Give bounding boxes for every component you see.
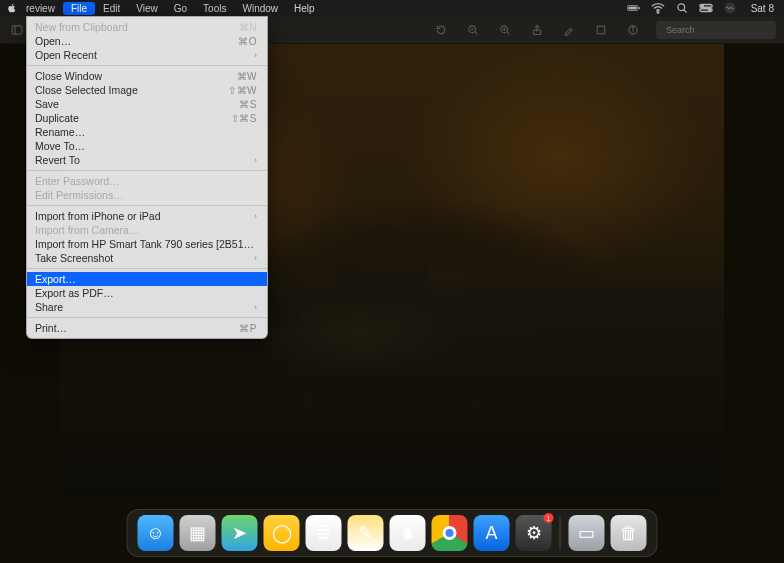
- svg-line-7: [507, 31, 510, 34]
- menu-item-label: Share: [35, 301, 250, 313]
- svg-point-25: [701, 5, 703, 7]
- menu-item-print[interactable]: Print…⌘P: [27, 321, 267, 335]
- app-name-menu[interactable]: review: [18, 2, 63, 15]
- menu-item-import-from-camera: Import from Camera…: [27, 223, 267, 237]
- menubar-date[interactable]: Sat 8: [747, 3, 778, 14]
- svg-line-4: [475, 31, 478, 34]
- menu-tools[interactable]: Tools: [195, 2, 234, 15]
- menu-item-label: Print…: [35, 322, 239, 334]
- desktop: review File Edit View Go Tools Window He…: [0, 0, 784, 563]
- menu-view[interactable]: View: [128, 2, 166, 15]
- menu-item-move-to[interactable]: Move To…: [27, 139, 267, 153]
- dock-app-maps[interactable]: ➤: [222, 515, 258, 551]
- system-menubar: review File Edit View Go Tools Window He…: [0, 0, 784, 16]
- svg-point-21: [678, 4, 685, 11]
- image-subject-gazebo: [339, 244, 429, 304]
- menu-item-label: Close Window: [35, 70, 237, 82]
- submenu-chevron-icon: ›: [254, 155, 257, 165]
- share-button[interactable]: [528, 21, 546, 39]
- svg-point-26: [708, 9, 710, 11]
- menu-item-new-from-clipboard: New from Clipboard⌘N: [27, 20, 267, 34]
- menu-item-edit-permissions: Edit Permissions…: [27, 188, 267, 202]
- svg-rect-18: [628, 7, 636, 10]
- menu-item-shortcut: ⌘N: [239, 22, 257, 33]
- toolbar-search[interactable]: [656, 21, 776, 39]
- menu-item-enter-password: Enter Password…: [27, 174, 267, 188]
- dock-app-trash[interactable]: 🗑: [611, 515, 647, 551]
- menu-window[interactable]: Window: [234, 2, 286, 15]
- menu-item-close-window[interactable]: Close Window⌘W: [27, 69, 267, 83]
- menu-item-save[interactable]: Save⌘S: [27, 97, 267, 111]
- menu-item-open-recent[interactable]: Open Recent›: [27, 48, 267, 62]
- dock-app-settings[interactable]: ⚙1: [516, 515, 552, 551]
- zoom-out-button[interactable]: [464, 21, 482, 39]
- menu-item-label: Import from HP Smart Tank 790 series [2B…: [35, 238, 257, 250]
- menu-item-open[interactable]: Open…⌘O: [27, 34, 267, 48]
- menu-item-rename[interactable]: Rename…: [27, 125, 267, 139]
- file-menu-dropdown: New from Clipboard⌘NOpen…⌘OOpen Recent›C…: [26, 16, 268, 339]
- rotate-button[interactable]: [432, 21, 450, 39]
- apple-menu-icon[interactable]: [6, 3, 18, 13]
- menu-item-label: Take Screenshot: [35, 252, 250, 264]
- menu-item-label: Export…: [35, 273, 257, 285]
- dock: ☺▦➤◯≣✎♞A⚙1▭🗑: [127, 509, 658, 557]
- menu-item-shortcut: ⌘P: [239, 323, 257, 334]
- search-input[interactable]: [666, 25, 778, 35]
- svg-rect-11: [597, 26, 605, 34]
- submenu-chevron-icon: ›: [254, 302, 257, 312]
- control-center-icon[interactable]: [699, 1, 713, 15]
- dock-app-app-yellow[interactable]: ◯: [264, 515, 300, 551]
- dock-app-chrome[interactable]: [432, 515, 468, 551]
- menu-item-label: Move To…: [35, 140, 257, 152]
- svg-point-14: [633, 27, 634, 28]
- menu-item-label: Revert To: [35, 154, 250, 166]
- svg-rect-0: [12, 25, 22, 33]
- menu-item-shortcut: ⌘O: [238, 36, 257, 47]
- menu-go[interactable]: Go: [166, 2, 195, 15]
- submenu-chevron-icon: ›: [254, 50, 257, 60]
- menu-item-label: Close Selected Image: [35, 84, 228, 96]
- dock-app-reminders[interactable]: ≣: [306, 515, 342, 551]
- menu-file[interactable]: File: [63, 2, 95, 15]
- menu-item-label: Open…: [35, 35, 238, 47]
- siri-icon[interactable]: [723, 1, 737, 15]
- menu-item-label: Rename…: [35, 126, 257, 138]
- menu-item-close-selected-image[interactable]: Close Selected Image⇧⌘W: [27, 83, 267, 97]
- menu-item-export[interactable]: Export…: [27, 272, 267, 286]
- menu-help[interactable]: Help: [286, 2, 323, 15]
- battery-icon[interactable]: [627, 1, 641, 15]
- menu-edit[interactable]: Edit: [95, 2, 128, 15]
- markup-button[interactable]: [560, 21, 578, 39]
- menu-item-label: Enter Password…: [35, 175, 257, 187]
- menu-item-shortcut: ⇧⌘W: [228, 85, 257, 96]
- info-button[interactable]: [624, 21, 642, 39]
- dock-app-launchpad[interactable]: ▦: [180, 515, 216, 551]
- menu-item-take-screenshot[interactable]: Take Screenshot›: [27, 251, 267, 265]
- menu-item-duplicate[interactable]: Duplicate⇧⌘S: [27, 111, 267, 125]
- dock-app-app-store[interactable]: A: [474, 515, 510, 551]
- wifi-icon[interactable]: [651, 1, 665, 15]
- menu-item-label: Save: [35, 98, 239, 110]
- menu-item-share[interactable]: Share›: [27, 300, 267, 314]
- dock-app-notes[interactable]: ✎: [348, 515, 384, 551]
- svg-line-22: [684, 10, 687, 13]
- submenu-chevron-icon: ›: [254, 253, 257, 263]
- submenu-chevron-icon: ›: [254, 211, 257, 221]
- menu-item-export-as-pdf[interactable]: Export as PDF…: [27, 286, 267, 300]
- sidebar-toggle-button[interactable]: [8, 21, 26, 39]
- crop-button[interactable]: [592, 21, 610, 39]
- spotlight-icon[interactable]: [675, 1, 689, 15]
- menu-item-label: Export as PDF…: [35, 287, 257, 299]
- menu-item-revert-to[interactable]: Revert To›: [27, 153, 267, 167]
- menu-item-label: Duplicate: [35, 112, 231, 124]
- svg-rect-19: [638, 7, 639, 9]
- menu-item-label: Import from Camera…: [35, 224, 257, 236]
- menu-item-shortcut: ⌘W: [237, 71, 257, 82]
- dock-app-preview-doc[interactable]: ▭: [569, 515, 605, 551]
- zoom-in-button[interactable]: [496, 21, 514, 39]
- menu-item-import-from-iphone-or-ipad[interactable]: Import from iPhone or iPad›: [27, 209, 267, 223]
- dock-app-brave[interactable]: ♞: [390, 515, 426, 551]
- menu-item-import-from-hp-smart-tank-790-series-2b5168[interactable]: Import from HP Smart Tank 790 series [2B…: [27, 237, 267, 251]
- dock-separator: [560, 517, 561, 549]
- dock-app-finder[interactable]: ☺: [138, 515, 174, 551]
